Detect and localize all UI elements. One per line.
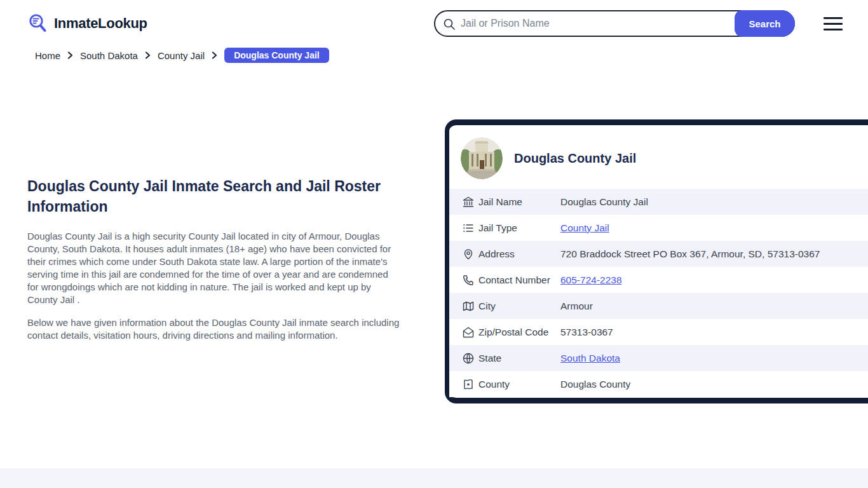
row-label: City xyxy=(478,301,560,312)
footer-strip xyxy=(0,468,868,488)
table-row: Jail NameDouglas County Jail xyxy=(449,189,868,215)
table-row: Address720 Braddock Street PO Box 367, A… xyxy=(449,241,868,267)
table-row: Contact Number605-724-2238 xyxy=(449,267,868,293)
table-row: Zip/Postal Code57313-0367 xyxy=(449,319,868,345)
envelope-open-icon xyxy=(462,326,475,339)
row-value: Armour xyxy=(560,301,593,312)
row-value: 57313-0367 xyxy=(560,327,613,338)
table-row: Jail TypeCounty Jail xyxy=(449,215,868,241)
menu-icon[interactable] xyxy=(824,17,843,30)
map-pin-icon xyxy=(462,248,475,261)
breadcrumb-home[interactable]: Home xyxy=(35,50,60,61)
article-content: Douglas County Jail Inmate Search and Ja… xyxy=(27,176,401,342)
info-paragraph: Below we have given information about th… xyxy=(27,316,401,342)
row-value[interactable]: County Jail xyxy=(560,222,609,234)
table-row: StateSouth Dakota xyxy=(449,345,868,371)
breadcrumb-current-badge: Douglas County Jail xyxy=(224,48,329,63)
search-button[interactable]: Search xyxy=(735,10,795,37)
row-value: Douglas County xyxy=(560,379,630,390)
landmark-icon xyxy=(462,196,475,208)
row-label: County xyxy=(478,379,560,390)
inmatelookup-logo-icon xyxy=(27,13,49,34)
row-label: Zip/Postal Code xyxy=(478,327,560,338)
logo-text: InmateLookup xyxy=(54,15,147,32)
chevron-right-icon xyxy=(67,51,73,59)
row-value: 720 Braddock Street PO Box 367, Armour, … xyxy=(560,248,820,260)
jail-building-photo xyxy=(461,137,503,179)
search-input[interactable] xyxy=(461,11,715,36)
jail-search-bar: Search xyxy=(434,10,795,37)
jail-info-card: Douglas County Jail Jail NameDouglas Cou… xyxy=(445,119,868,403)
county-map-icon xyxy=(462,378,475,391)
jail-card-header: Douglas County Jail xyxy=(449,125,868,189)
row-label: Contact Number xyxy=(478,274,560,286)
table-row: CountyDouglas County xyxy=(449,371,868,397)
table-row: CityArmour xyxy=(449,293,868,319)
page-title: Douglas County Jail Inmate Search and Ja… xyxy=(27,176,401,217)
breadcrumb-state[interactable]: South Dakota xyxy=(80,50,138,61)
row-label: State xyxy=(478,353,560,364)
jail-card-title: Douglas County Jail xyxy=(514,151,636,166)
jail-info-table: Jail NameDouglas County JailJail TypeCou… xyxy=(449,189,868,397)
search-icon xyxy=(443,18,456,30)
row-label: Jail Type xyxy=(478,222,560,234)
breadcrumb: Home South Dakota County Jail Douglas Co… xyxy=(35,48,329,63)
chevron-right-icon xyxy=(145,51,151,59)
phone-icon xyxy=(462,274,475,287)
row-value[interactable]: South Dakota xyxy=(560,353,620,364)
globe-icon xyxy=(462,352,475,365)
row-label: Jail Name xyxy=(478,196,560,208)
map-icon xyxy=(462,300,475,313)
row-label: Address xyxy=(478,248,560,260)
intro-paragraph: Douglas County Jail is a high security C… xyxy=(27,230,401,306)
list-icon xyxy=(462,222,475,234)
breadcrumb-jail-type[interactable]: County Jail xyxy=(158,50,205,61)
chevron-right-icon xyxy=(212,51,217,59)
row-value[interactable]: 605-724-2238 xyxy=(560,274,622,286)
row-value: Douglas County Jail xyxy=(560,196,648,208)
inmatelookup-logo[interactable]: InmateLookup xyxy=(27,13,147,34)
